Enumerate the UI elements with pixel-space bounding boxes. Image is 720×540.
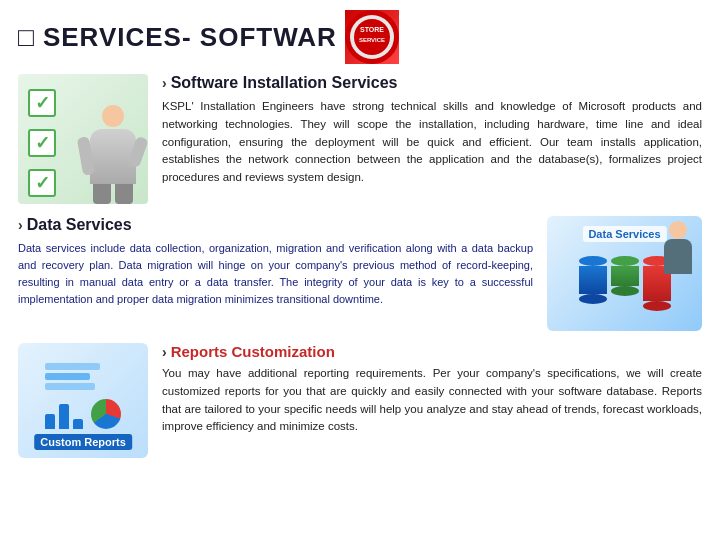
software-installation-subtitle: › Software Installation Services (162, 74, 702, 92)
arrow-3: › (162, 344, 167, 360)
report-icon (45, 363, 121, 429)
data-services-image: Data Services (547, 216, 702, 331)
section-software-installation: ✓ ✓ ✓ › Software Installation Serv (18, 74, 702, 204)
report-pie-chart (91, 399, 121, 429)
check-box-1: ✓ (28, 89, 56, 117)
reports-text: You may have additional reporting requir… (162, 365, 702, 436)
section-reports: Custom Reports › Reports Customizati (18, 343, 702, 458)
software-installation-content: › Software Installation Services KSPL' I… (162, 74, 702, 187)
page-title: □ SERVICES- SOFTWAR (18, 22, 337, 53)
service-icon: STORE SERVICE (345, 10, 399, 64)
data-services-text: Data services include data collection, o… (18, 240, 533, 308)
svg-text:SERVICE: SERVICE (359, 37, 385, 43)
reports-subtitle: › Reports Customization (162, 343, 702, 360)
data-services-label: Data Services (582, 226, 666, 242)
page: □ SERVICES- SOFTWAR STORE SERVICE ✓ ✓ ✓ (0, 0, 720, 540)
arrow-1: › (162, 75, 167, 91)
check-box-3: ✓ (28, 169, 56, 197)
data-person-figure (664, 221, 692, 274)
check-box-2: ✓ (28, 129, 56, 157)
data-services-subtitle: › Data Services (18, 216, 533, 234)
section-data-services: › Data Services Data services include da… (18, 216, 702, 331)
custom-reports-label: Custom Reports (34, 434, 132, 450)
arrow-2: › (18, 217, 23, 233)
service-icon-inner: STORE SERVICE (345, 10, 399, 64)
title-bar: □ SERVICES- SOFTWAR STORE SERVICE (18, 10, 702, 64)
report-chart (45, 404, 83, 429)
reports-content: › Reports Customization You may have add… (162, 343, 702, 436)
data-services-content: › Data Services Data services include da… (18, 216, 547, 308)
software-installation-text: KSPL' Installation Engineers have strong… (162, 98, 702, 187)
reports-image: Custom Reports (18, 343, 148, 458)
software-installation-image: ✓ ✓ ✓ (18, 74, 148, 204)
data-cylinders (579, 256, 671, 311)
svg-text:STORE: STORE (360, 26, 384, 33)
